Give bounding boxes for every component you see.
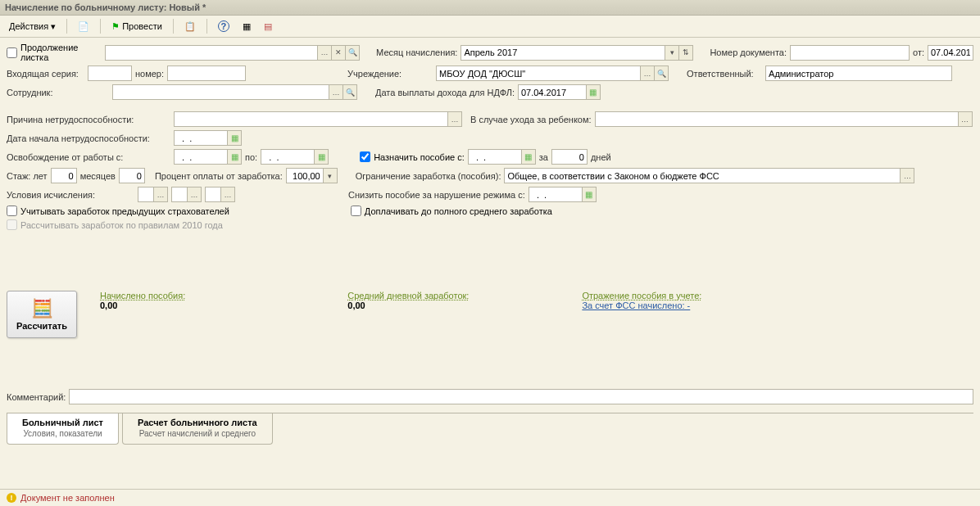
- tab2-title: Расчет больничного листа: [138, 418, 257, 427]
- comment-input[interactable]: [69, 389, 973, 404]
- org-input[interactable]: [436, 66, 641, 81]
- settings-icon: 📋: [184, 21, 196, 32]
- month-input[interactable]: [461, 45, 665, 61]
- ellipsis-icon[interactable]: …: [901, 168, 914, 183]
- benefit-from-input[interactable]: [468, 149, 522, 165]
- continuation-input[interactable]: [105, 45, 318, 61]
- stazh-months-input[interactable]: [119, 168, 145, 183]
- addpay-checkbox[interactable]: Доплачивать до полного среднего заработк…: [351, 206, 552, 216]
- toolbar-icon-3[interactable]: ▦: [237, 19, 256, 34]
- cond2-input[interactable]: [171, 187, 188, 202]
- previns-check[interactable]: [7, 206, 17, 216]
- limit-input[interactable]: [504, 168, 901, 183]
- cond1-input[interactable]: [138, 187, 154, 202]
- toolbar-icon-1[interactable]: 📄: [72, 19, 95, 34]
- month-label: Месяц начисления:: [376, 47, 457, 57]
- lookup-icon[interactable]: 🔍: [346, 45, 360, 61]
- tab-sick-leave[interactable]: Больничный лист Условия, показатели: [7, 413, 119, 445]
- actions-label: Действия: [9, 21, 48, 31]
- assign-benefit-checkbox[interactable]: Назначить пособие с:: [360, 151, 465, 162]
- previns-label: Учитывать заработок предыдущих страховат…: [20, 206, 229, 216]
- chevron-down-icon[interactable]: ▾: [324, 168, 338, 183]
- addpay-check[interactable]: [351, 206, 361, 216]
- toolbar-icon-4[interactable]: ▤: [258, 19, 278, 34]
- continuation-label: Продолжение листка: [20, 43, 94, 62]
- reduce-date-input[interactable]: [529, 187, 583, 202]
- help-button[interactable]: ?: [212, 18, 235, 34]
- paydate-input[interactable]: [518, 84, 587, 100]
- stazh-years-input[interactable]: [51, 168, 77, 183]
- assign-benefit-check[interactable]: [360, 151, 370, 162]
- tab1-title: Больничный лист: [22, 418, 103, 427]
- previns-checkbox[interactable]: Учитывать заработок предыдущих страховат…: [7, 206, 229, 216]
- ellipsis-icon[interactable]: …: [641, 66, 655, 81]
- provesti-button[interactable]: ⚑ Провести: [106, 19, 168, 34]
- warning-icon: !: [7, 493, 16, 503]
- calendar-icon[interactable]: ▦: [228, 149, 242, 165]
- childcare-input[interactable]: [595, 111, 959, 127]
- calendar-icon[interactable]: ▦: [583, 187, 597, 202]
- lookup-icon[interactable]: 🔍: [655, 66, 669, 81]
- provesti-label: Провести: [122, 21, 162, 31]
- ellipsis-icon[interactable]: …: [221, 187, 235, 202]
- cond3-input[interactable]: [205, 187, 221, 202]
- reason-input[interactable]: [174, 111, 448, 127]
- chevron-down-icon[interactable]: ▾: [665, 45, 679, 61]
- za-label: за: [539, 152, 548, 162]
- ellipsis-icon[interactable]: …: [318, 45, 332, 61]
- addpay-label: Доплачивать до полного среднего заработк…: [365, 206, 552, 216]
- release-from-input[interactable]: [174, 149, 228, 165]
- ellipsis-icon[interactable]: …: [448, 111, 462, 127]
- reason-label: Причина нетрудоспособности:: [7, 115, 170, 124]
- number-input[interactable]: [167, 66, 246, 81]
- grid-icon: ▦: [243, 21, 251, 32]
- calendar-icon[interactable]: ▦: [522, 149, 536, 165]
- limit-label: Ограничение заработка (пособия):: [356, 171, 501, 181]
- series-input[interactable]: [88, 66, 132, 81]
- toolbar-separator: [66, 19, 67, 34]
- calculate-button[interactable]: 🧮 Рассчитать: [7, 291, 77, 338]
- spinner-icon[interactable]: ⇅: [679, 45, 693, 61]
- docno-input[interactable]: [790, 45, 910, 61]
- toolbar-separator: [100, 19, 101, 34]
- startdate-input[interactable]: [174, 130, 228, 146]
- ellipsis-icon[interactable]: …: [959, 111, 973, 127]
- calccond-label: Условия исчисления:: [7, 190, 134, 200]
- avgdaily-label: Средний дневной заработок:: [347, 291, 469, 300]
- chevron-down-icon: ▾: [51, 21, 56, 32]
- days-input[interactable]: [551, 149, 588, 165]
- tab-calculation[interactable]: Расчет больничного листа Расчет начислен…: [122, 413, 273, 445]
- calendar-icon[interactable]: ▦: [228, 130, 242, 146]
- actions-menu[interactable]: Действия ▾: [3, 19, 61, 34]
- release-to-input[interactable]: [261, 149, 315, 165]
- window-title: Начисление по больничному листу: Новый *: [0, 0, 980, 16]
- tab2-sub: Расчет начислений и среднего: [138, 428, 257, 439]
- percent-input[interactable]: [286, 168, 324, 183]
- ellipsis-icon[interactable]: …: [154, 187, 168, 202]
- responsible-label: Ответственный:: [687, 69, 762, 79]
- clear-icon[interactable]: ✕: [332, 45, 346, 61]
- calendar-icon[interactable]: ▦: [315, 149, 329, 165]
- days-label: дней: [591, 152, 611, 162]
- docdate-input[interactable]: [928, 45, 973, 61]
- continuation-checkbox[interactable]: Продолжение листка: [7, 43, 94, 62]
- employee-input[interactable]: [112, 84, 329, 100]
- lookup-icon[interactable]: 🔍: [343, 84, 357, 100]
- rules2010-check: [7, 219, 17, 230]
- stazh-months-label: месяцев: [80, 171, 116, 181]
- fss-link[interactable]: За счет ФСС начислено: -: [582, 300, 701, 310]
- continuation-check[interactable]: [7, 47, 17, 58]
- responsible-input[interactable]: [765, 66, 952, 81]
- percent-label: Процент оплаты от заработка:: [155, 171, 283, 181]
- toolbar-icon-2[interactable]: 📋: [179, 19, 202, 34]
- accrued-label: Начислено пособия:: [100, 291, 185, 300]
- calendar-icon[interactable]: ▦: [587, 84, 601, 100]
- status-text: Документ не заполнен: [20, 493, 115, 503]
- accrued-value: 0,00: [100, 300, 185, 310]
- rules2010-checkbox: Рассчитывать заработок по правилам 2010 …: [7, 219, 223, 230]
- reflection-label: Отражение пособия в учете:: [582, 291, 701, 300]
- ellipsis-icon[interactable]: …: [329, 84, 343, 100]
- help-icon: ?: [218, 20, 229, 32]
- po-label: по:: [245, 152, 257, 162]
- ellipsis-icon[interactable]: …: [188, 187, 202, 202]
